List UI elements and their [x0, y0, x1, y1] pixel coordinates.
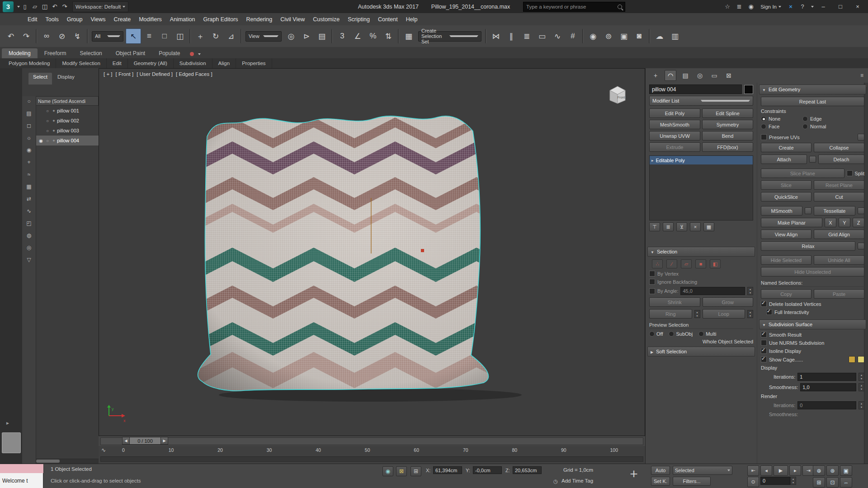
new-scene-icon[interactable]: ▯ [20, 2, 30, 12]
save-file-icon[interactable]: ◫ [40, 2, 50, 12]
viewport-user-defined-label[interactable]: [ User Defined ] [137, 71, 173, 77]
auto-key-button[interactable]: Auto [651, 466, 670, 475]
polygon-icon[interactable]: ■ [695, 259, 706, 268]
separator[interactable] [398, 29, 399, 43]
hidden-toggle-icon[interactable] [44, 128, 51, 133]
bind-to-space-warp-icon[interactable]: ↯ [70, 29, 85, 43]
repeat-last-button[interactable]: Repeat Last [761, 97, 864, 106]
menu-item[interactable]: Rendering [242, 13, 277, 25]
radio-icon[interactable] [669, 331, 674, 337]
zoom-all-icon[interactable]: ⊛ [826, 465, 839, 476]
time-slider-track[interactable] [100, 437, 643, 445]
modifier-button[interactable]: Edit Poly [649, 108, 700, 118]
go-to-start-icon[interactable]: ⇤ [747, 465, 759, 476]
object-list-item[interactable]: pillow 003 [36, 126, 99, 136]
explorer-spacewarps-icon[interactable]: ≈ [24, 170, 33, 178]
create-tab-icon[interactable]: + [650, 70, 661, 80]
minimize-button[interactable]: – [816, 2, 831, 12]
zoom-region-icon[interactable]: ⊡ [826, 477, 839, 488]
ring-button[interactable]: Ring [649, 309, 692, 319]
modifier-button[interactable]: Symmetry [702, 120, 753, 129]
window-crossing-icon[interactable]: ◫ [173, 29, 187, 43]
dock-expand-icon[interactable]: ▸ [6, 420, 9, 426]
ribbon-panel-item[interactable]: Edit [107, 58, 128, 68]
keyboard-override-icon[interactable]: ▤ [315, 29, 329, 43]
remove-modifier-icon[interactable]: × [690, 222, 701, 231]
create-selection-set-combo[interactable]: Create Selection Set [418, 31, 481, 42]
key-mode-icon[interactable]: ⊙ [747, 477, 759, 487]
zoom-extents-icon[interactable]: ▣ [840, 465, 852, 476]
separator[interactable] [241, 29, 242, 43]
slice-button[interactable]: Slice [761, 180, 811, 190]
favorites-icon[interactable]: ☆ [722, 2, 732, 12]
render-in-cloud-icon[interactable]: ☁ [652, 29, 667, 43]
pan-icon[interactable]: ⇔ [840, 477, 852, 488]
spinner-snap-icon[interactable]: ⇅ [381, 29, 396, 43]
close-button[interactable]: × [850, 2, 865, 12]
undo-icon[interactable]: ↶ [4, 29, 18, 43]
panel-menu-icon[interactable]: ≡ [860, 72, 863, 79]
attach-settings-button[interactable] [809, 156, 816, 163]
relax-button[interactable]: Relax [761, 241, 855, 251]
select-and-scale-icon[interactable]: ⊿ [224, 29, 238, 43]
menu-item[interactable]: Tools [42, 13, 63, 25]
preview-option[interactable]: Off [649, 331, 663, 337]
ribbon-minimize-icon[interactable] [198, 53, 201, 55]
preview-option[interactable]: Multi [698, 331, 716, 337]
selection-lock-icon[interactable]: ⊠ [396, 466, 407, 476]
explorer-containers-icon[interactable]: ◰ [24, 219, 33, 227]
ribbon-panel-item[interactable]: Geometry (All) [128, 58, 174, 68]
make-unique-icon[interactable]: ⊻ [676, 222, 687, 231]
snaps-toggle-icon[interactable]: 3 [335, 29, 349, 43]
border-icon[interactable]: ▱ [681, 259, 692, 268]
next-frame-arrow-icon[interactable]: ▶ [160, 437, 168, 445]
loop-spinner[interactable] [747, 310, 753, 318]
cage-color-swatch-2[interactable] [858, 356, 864, 363]
maxscript-listener-pink[interactable] [0, 464, 44, 473]
menu-item[interactable]: Group [63, 13, 87, 25]
modifier-button[interactable]: FFD(box) [702, 142, 753, 152]
ribbon-panel-item[interactable]: Properties [236, 58, 272, 68]
scene-explorer-tab[interactable]: Display [53, 73, 79, 84]
modifier-button[interactable]: Unwrap UVW [649, 131, 700, 141]
msmooth-settings-button[interactable] [805, 207, 811, 214]
percent-snap-icon[interactable]: % [366, 29, 380, 43]
mini-curve-editor-icon[interactable]: ∿ [101, 447, 106, 453]
frame-number-field[interactable]: 0 [760, 477, 790, 485]
use-center-icon[interactable]: ◎ [284, 29, 298, 43]
scrollbar-thumb[interactable] [36, 460, 60, 463]
preserve-uvs-checkbox[interactable] [761, 134, 767, 140]
separator[interactable] [485, 29, 486, 43]
gizmo-marker[interactable] [421, 249, 424, 252]
separator[interactable] [36, 29, 37, 43]
maximize-button[interactable]: □ [833, 2, 848, 12]
select-by-name-icon[interactable]: ≡ [142, 29, 156, 43]
horizontal-scrollbar[interactable] [36, 459, 99, 464]
grid-align-button[interactable]: Grid Align [814, 230, 864, 239]
hide-selected-button[interactable]: Hide Selected [761, 255, 811, 265]
constraint-none-radio[interactable] [761, 116, 766, 122]
show-cage-checkbox[interactable] [761, 357, 767, 362]
menu-item[interactable]: Civil View [276, 13, 309, 25]
ribbon-toggle-icon[interactable]: ▭ [535, 29, 549, 43]
menu-item[interactable]: Content [374, 13, 402, 25]
rendered-frame-icon[interactable]: ▣ [617, 29, 631, 43]
full-interactivity-checkbox[interactable] [766, 309, 772, 315]
display-iterations-spinner[interactable] [859, 373, 864, 381]
explorer-find-icon[interactable]: ◎ [24, 244, 33, 252]
unhide-all-button[interactable]: Unhide All [814, 255, 864, 265]
set-key-button[interactable]: Set K. [651, 477, 670, 486]
open-file-icon[interactable]: ▱ [30, 2, 40, 12]
separator[interactable] [189, 29, 191, 43]
attach-button[interactable]: Attach [761, 155, 807, 164]
isolate-selection-icon[interactable]: ◉ [382, 466, 393, 476]
ring-spinner[interactable] [694, 310, 700, 318]
show-end-result-icon[interactable]: ≣ [663, 222, 674, 231]
explorer-helpers-icon[interactable]: + [24, 158, 33, 166]
constraint-normal-radio[interactable] [802, 124, 808, 129]
y-coord-field[interactable]: -0,0cm [473, 466, 502, 474]
edit-geometry-rollout-header[interactable]: Edit Geometry [759, 84, 866, 94]
explorer-xrefs-icon[interactable]: ⇄ [24, 195, 33, 203]
hidden-toggle-icon[interactable] [44, 118, 51, 123]
open-gallery-icon[interactable]: ▥ [668, 29, 682, 43]
